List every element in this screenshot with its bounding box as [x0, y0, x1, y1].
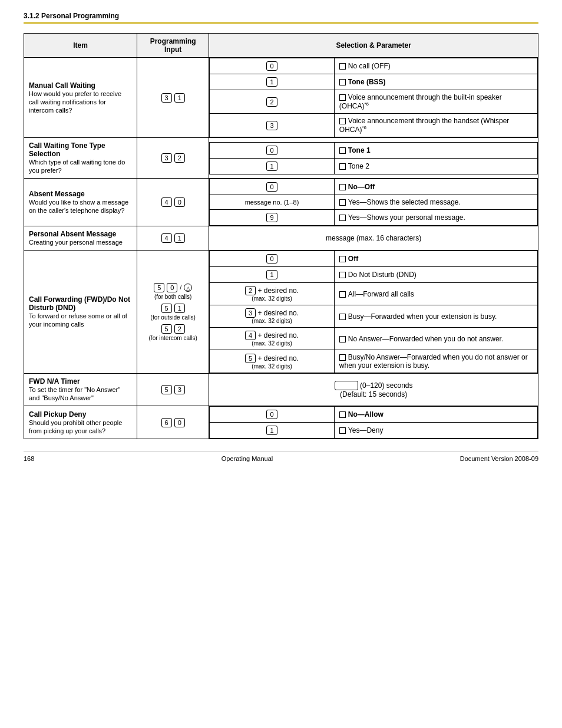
- key-1: 1: [174, 233, 185, 243]
- row-absent-message: Absent Message Would you like to show a …: [24, 179, 538, 226]
- sel-row: 0 Off: [210, 251, 538, 267]
- checkbox: [339, 314, 346, 320]
- key-3: 3: [161, 93, 172, 103]
- key-5: 5: [154, 283, 164, 292]
- key-0: 0: [266, 146, 277, 155]
- checkbox: [339, 215, 346, 221]
- prog-personal-absent-message: 4 1: [137, 226, 209, 251]
- row-personal-absent-message: Personal Absent Message Creating your pe…: [24, 226, 538, 251]
- checkbox: [339, 272, 346, 278]
- sel-row: 5 + desired no. (max. 32 digits) Busy/No…: [210, 350, 538, 373]
- sel-row: 3 + desired no. (max. 32 digits) Busy—Fo…: [210, 305, 538, 328]
- key-5: 5: [161, 324, 172, 334]
- checkbox: [339, 79, 346, 85]
- sel-row: 0 No—Allow: [210, 407, 538, 423]
- item-title-call-forwarding: Call Forwarding (FWD)/Do Not Disturb (DN…: [29, 295, 130, 312]
- item-desc-manual-call-waiting: How would you prefer to receive call wai…: [29, 90, 121, 114]
- key-0: 0: [174, 197, 185, 207]
- prog-manual-call-waiting: 3 1: [137, 58, 209, 138]
- sel-manual-call-waiting: 0 No call (OFF) 1 Tone (BSS) 2 Voice ann…: [209, 58, 538, 138]
- sel-call-waiting-tone: 0 Tone 1 1 Tone 2: [209, 138, 538, 179]
- sel-fwd-na-timer: (0–120) seconds(Default: 15 seconds): [209, 374, 538, 406]
- key-2: 2: [174, 153, 185, 163]
- checkbox: [339, 118, 346, 124]
- sel-row: 0 No call (OFF): [210, 58, 538, 74]
- sel-row: 0 No—Off: [210, 179, 538, 195]
- sel-row: 1 Tone 2: [210, 158, 538, 174]
- sel-row: 0 Tone 1: [210, 142, 538, 158]
- key-3: 3: [174, 385, 185, 394]
- checkbox: [339, 336, 346, 342]
- item-desc-call-waiting-tone: Which type of call waiting tone do you p…: [29, 159, 125, 174]
- sel-row: 3 Voice announcement through the handset…: [210, 114, 538, 137]
- key-0: 0: [266, 182, 277, 192]
- item-desc-fwd-na-timer: To set the timer for "No Answer" and "Bu…: [29, 386, 120, 401]
- prog-fwd-na-timer: 5 3: [137, 374, 209, 406]
- key-2: 2: [266, 97, 277, 107]
- key-1: 1: [266, 426, 277, 435]
- col-header-item: Item: [24, 34, 137, 58]
- footer-page-number: 168: [24, 455, 34, 462]
- prog-note-intercom: (for intercom calls): [142, 335, 204, 341]
- footer-doc-version: Document Version 2008-09: [460, 455, 538, 462]
- row-call-pickup-deny: Call Pickup Deny Should you prohibit oth…: [24, 406, 538, 439]
- item-title-personal-absent-message: Personal Absent Message: [29, 230, 116, 238]
- key-1: 1: [266, 77, 277, 87]
- checkbox: [339, 163, 346, 170]
- sel-row: 1 Tone (BSS): [210, 74, 538, 90]
- prog-note-outside: (for outside calls): [142, 314, 204, 321]
- item-title-manual-call-waiting: Manual Call Waiting: [29, 81, 95, 90]
- key-6: 6: [161, 418, 172, 427]
- sel-row: 2 + desired no. (max. 32 digits) All—For…: [210, 283, 538, 305]
- footer-doc-name: Operating Manual: [222, 455, 273, 462]
- sel-row: 1 Do Not Disturb (DND): [210, 267, 538, 283]
- row-fwd-na-timer: FWD N/A Timer To set the timer for "No A…: [24, 374, 538, 406]
- key-4: 4: [161, 197, 172, 207]
- item-title-call-waiting-tone: Call Waiting Tone Type Selection: [29, 141, 105, 158]
- sel-call-pickup-deny: 0 No—Allow 1 Yes—Deny: [209, 406, 538, 439]
- key-2: 2: [174, 324, 185, 334]
- checkbox: [339, 199, 346, 206]
- col-header-prog: Programming Input: [137, 34, 209, 58]
- key-1: 1: [174, 93, 185, 103]
- key-2: 2: [245, 286, 256, 295]
- key-0: 0: [167, 283, 177, 292]
- item-desc-call-forwarding: To forward or refuse some or all of your…: [29, 312, 127, 328]
- sel-row: 4 + desired no. (max. 32 digits) No Answ…: [210, 328, 538, 350]
- key-5: 5: [245, 354, 256, 363]
- row-call-forwarding: Call Forwarding (FWD)/Do Not Disturb (DN…: [24, 251, 538, 374]
- key-1: 1: [174, 304, 185, 313]
- key-4: 4: [245, 331, 256, 340]
- item-title-call-pickup-deny: Call Pickup Deny: [29, 410, 86, 419]
- prog-call-pickup-deny: 6 0: [137, 406, 209, 439]
- sel-row: 1 Yes—Deny: [210, 423, 538, 439]
- row-call-waiting-tone: Call Waiting Tone Type Selection Which t…: [24, 138, 538, 179]
- col-header-sel: Selection & Parameter: [209, 34, 538, 58]
- prog-call-waiting-tone: 3 2: [137, 138, 209, 179]
- sel-row: 2 Voice announcement through the built-i…: [210, 90, 538, 114]
- checkbox: [339, 291, 346, 298]
- checkbox: [339, 184, 346, 190]
- key-4: 4: [161, 233, 172, 243]
- page-header: 3.1.2 Personal Programming: [24, 12, 538, 24]
- item-title-fwd-na-timer: FWD N/A Timer: [29, 377, 80, 386]
- checkbox: [339, 94, 346, 101]
- checkbox: [339, 411, 346, 418]
- key-timer-input: [335, 381, 358, 390]
- key-0: 0: [174, 418, 185, 427]
- prog-call-forwarding: 5 0 / △ (for both calls) 5 1 (for outsid…: [137, 251, 209, 374]
- key-9: 9: [266, 213, 277, 222]
- key-1: 1: [266, 270, 277, 279]
- item-desc-personal-absent-message: Creating your personal message: [29, 239, 123, 246]
- item-title-absent-message: Absent Message: [29, 190, 85, 198]
- key-3: 3: [161, 153, 172, 163]
- item-desc-call-pickup-deny: Should you prohibit other people from pi…: [29, 419, 122, 434]
- checkbox: [339, 63, 346, 70]
- key-0: 0: [266, 254, 277, 263]
- checkbox: [339, 256, 346, 262]
- checkbox: [339, 427, 346, 434]
- sel-call-forwarding: 0 Off 1 Do Not Disturb (DND) 2 + desired…: [209, 251, 538, 374]
- sel-row: message no. (1–8) Yes—Shows the selected…: [210, 195, 538, 210]
- main-table: Item Programming Input Selection & Param…: [24, 33, 538, 439]
- key-3: 3: [245, 308, 256, 318]
